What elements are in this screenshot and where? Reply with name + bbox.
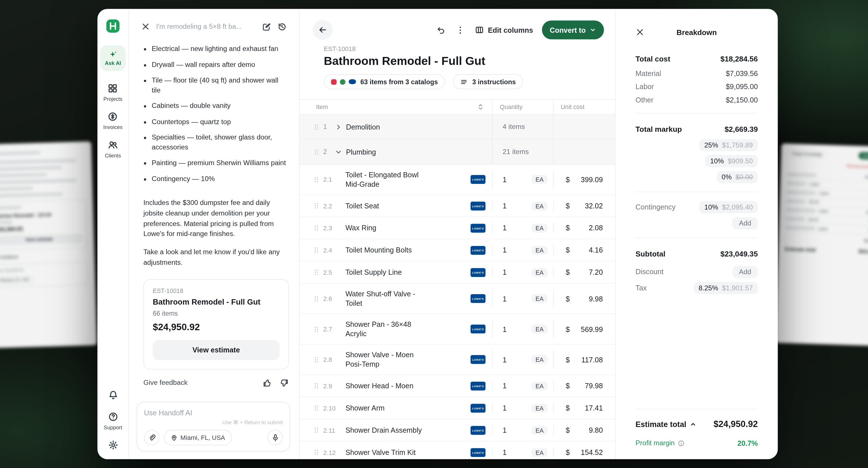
sidebar-item-ask-ai[interactable]: Ask AI <box>100 46 126 71</box>
columns-icon <box>475 26 484 34</box>
table-row[interactable]: 2.5Toilet Supply LineLOWE'S 1EA $7.20 <box>300 261 615 284</box>
sidebar-item-support[interactable]: Support <box>104 412 122 431</box>
convert-to-label: Convert to <box>550 26 586 34</box>
drag-handle-icon[interactable] <box>313 269 320 276</box>
material-value: $7,039.56 <box>726 69 758 77</box>
drag-handle-icon[interactable] <box>313 325 320 332</box>
instructions-badge[interactable]: 3 instructions <box>453 74 523 89</box>
view-estimate-button[interactable]: View estimate <box>153 340 280 360</box>
table-row[interactable]: 2.6Water Shut-off Valve - ToiletLOWE'S 1… <box>300 284 615 314</box>
drag-handle-icon[interactable] <box>313 123 320 130</box>
table-row[interactable]: 2.1Toilet - Elongated Bowl Mid-GradeLOWE… <box>300 165 615 195</box>
estimate-item-count: 66 items <box>153 310 280 317</box>
chevron-right-icon[interactable] <box>334 123 343 131</box>
drag-handle-icon[interactable] <box>313 427 320 434</box>
convert-to-button[interactable]: Convert to <box>542 21 604 39</box>
handoff-logo <box>106 19 120 33</box>
chevron-up-icon[interactable] <box>690 421 696 428</box>
drag-handle-icon[interactable] <box>313 382 320 389</box>
composer-input[interactable] <box>144 409 283 417</box>
location-pill[interactable]: Miami, FL, USA <box>164 430 231 445</box>
tax-chip[interactable]: 8.25%$1,901.57 <box>693 282 758 294</box>
markup-material-chip[interactable]: 25%$1,759.89 <box>699 139 758 151</box>
list-icon <box>460 78 468 85</box>
table-row[interactable]: 2.11Shower Drain AssemblyLOWE'S 1EA $9.8… <box>300 419 615 441</box>
column-header-item: Item <box>316 104 328 110</box>
drag-handle-icon[interactable] <box>313 246 320 254</box>
table-row[interactable]: 2.2Toilet SeatLOWE'S 1EA $32.02 <box>300 195 615 217</box>
back-button[interactable] <box>313 20 333 40</box>
group-name: Plumbing <box>346 148 376 156</box>
total-cost-value: $18,284.56 <box>720 55 757 63</box>
settings-gear-icon[interactable] <box>107 440 118 450</box>
catalogs-badge-label: 63 items from 3 catalogs <box>361 78 438 85</box>
sidebar-item-invoices[interactable]: Invoices <box>103 111 123 130</box>
item-name: Toilet - Elongated Bowl Mid-Grade <box>345 170 427 189</box>
markup-other-chip[interactable]: 0%$0.00 <box>717 171 758 183</box>
collapse-all-icon[interactable] <box>476 103 484 111</box>
close-icon[interactable] <box>636 28 644 36</box>
catalogs-badge[interactable]: 63 items from 3 catalogs <box>324 74 445 89</box>
markup-labor-chip[interactable]: 10%$909.50 <box>705 155 758 167</box>
thumbs-up-icon[interactable] <box>262 378 272 387</box>
chevron-down-icon[interactable] <box>334 148 343 156</box>
mini-row-label: Labor <box>818 227 828 231</box>
chat-bullet: Tile — floor tile (40 sq ft) and shower … <box>152 76 289 95</box>
markup-labor-amount: $909.50 <box>728 157 753 165</box>
chat-header: I'm remodeling a 5×8 ft ba... <box>129 9 299 39</box>
table-row[interactable]: 2.10Shower ArmLOWE'S 1EA $17.41 <box>300 397 615 419</box>
close-icon[interactable] <box>141 22 150 31</box>
more-options-kebab-icon[interactable] <box>456 25 465 35</box>
contingency-chip[interactable]: 10%$2,095.40 <box>699 201 758 213</box>
table-row[interactable]: 2.4Toilet Mounting BoltsLOWE'S 1EA $4.16 <box>300 239 615 262</box>
catalog-logo-icon <box>331 79 337 84</box>
ai-composer[interactable]: Use ⌘ + Return to submit Miami, FL, USA <box>137 402 290 451</box>
item-unit: EA <box>532 448 548 457</box>
labor-value: $9,095.00 <box>726 82 758 90</box>
edit-columns-button[interactable]: Edit columns <box>475 26 533 34</box>
item-quantity: 1 <box>503 448 507 456</box>
add-contingency-button[interactable]: Add <box>732 217 758 229</box>
group-item-count: 21 items <box>503 148 529 156</box>
estimate-total-label: Estimate total <box>636 420 686 429</box>
mic-button[interactable] <box>268 430 283 445</box>
table-row[interactable]: 2.7Shower Pan - 36×48 AcrylicLOWE'S 1EA … <box>300 314 615 345</box>
group-row-demolition[interactable]: 1 Demolition 4 items <box>300 115 615 140</box>
currency-symbol: $ <box>566 325 570 333</box>
subtotal-value: $23,049.35 <box>720 250 757 258</box>
item-number: 2.11 <box>323 427 341 433</box>
markup-material-pct: 25% <box>705 141 718 149</box>
item-price: 399.09 <box>581 175 603 184</box>
history-icon[interactable] <box>277 22 287 31</box>
location-label: Miami, FL, USA <box>180 434 225 441</box>
table-row[interactable]: 2.12Shower Valve Trim KitLOWE'S 1EA $154… <box>300 441 615 459</box>
table-row[interactable]: 2.3Wax RingLOWE'S 1EA $2.08 <box>300 217 615 239</box>
drag-handle-icon[interactable] <box>313 202 320 209</box>
estimate-badges: 63 items from 3 catalogs 3 instructions <box>324 74 615 89</box>
sidebar-item-projects[interactable]: Projects <box>103 83 123 102</box>
mini-row-value: $1,062.52 <box>866 210 868 215</box>
mini-estimate-card: Kitchen Remodel - 12×14 105 items $33,38… <box>0 199 88 251</box>
table-row[interactable]: 2.8Shower Valve - Moen Posi-TempLOWE'S 1… <box>300 345 615 375</box>
drag-handle-icon[interactable] <box>313 224 320 231</box>
drag-handle-icon[interactable] <box>313 404 320 411</box>
sidebar-item-clients[interactable]: Clients <box>105 140 121 158</box>
drag-handle-icon[interactable] <box>313 449 320 456</box>
info-icon[interactable] <box>677 440 684 447</box>
drag-handle-icon[interactable] <box>313 176 320 183</box>
lowes-badge: LOWE'S <box>470 381 486 390</box>
item-unit: EA <box>532 426 548 434</box>
notifications-bell-icon[interactable] <box>107 390 118 401</box>
undo-icon[interactable] <box>436 25 446 35</box>
attach-button[interactable] <box>144 430 159 445</box>
breakdown-title: Breakdown <box>644 28 749 36</box>
drag-handle-icon[interactable] <box>313 356 320 363</box>
group-row-plumbing[interactable]: 2 Plumbing 21 items <box>300 140 615 165</box>
thumbs-down-icon[interactable] <box>280 378 289 387</box>
add-discount-button[interactable]: Add <box>732 266 758 278</box>
drag-handle-icon[interactable] <box>313 295 320 302</box>
table-row[interactable]: 2.9Shower Head - MoenLOWE'S 1EA $79.98 <box>300 375 615 397</box>
item-unit: EA <box>532 404 548 412</box>
drag-handle-icon[interactable] <box>313 148 320 155</box>
new-chat-icon[interactable] <box>262 22 271 31</box>
